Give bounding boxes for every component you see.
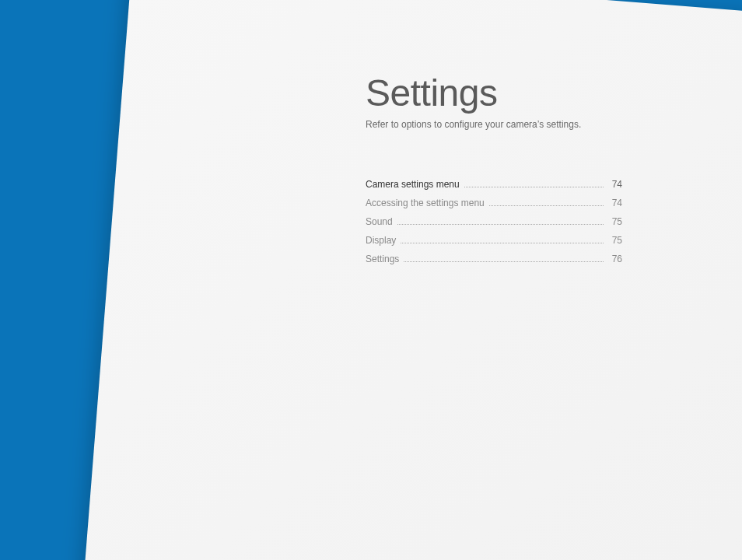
- toc-label: Accessing the settings menu: [366, 194, 485, 212]
- toc-row: Sound 75: [366, 212, 622, 231]
- toc-dots: [489, 205, 604, 206]
- table-of-contents: Camera settings menu 74 Accessing the se…: [366, 175, 622, 268]
- toc-page: 74: [608, 175, 622, 194]
- toc-page: 74: [608, 194, 622, 212]
- toc-label: Camera settings menu: [366, 175, 460, 194]
- toc-label: Display: [366, 231, 396, 250]
- page-subtitle: Refer to options to configure your camer…: [366, 119, 661, 130]
- toc-page: 76: [608, 250, 622, 268]
- toc-dots: [401, 243, 604, 243]
- toc-label: Settings: [366, 250, 399, 268]
- page-title: Settings: [366, 72, 661, 114]
- toc-row: Settings 76: [366, 250, 622, 268]
- toc-row: Accessing the settings menu 74: [366, 194, 622, 212]
- page-content: Settings Refer to options to configure y…: [366, 72, 661, 268]
- toc-dots: [404, 261, 604, 262]
- toc-dots: [464, 187, 604, 187]
- toc-page: 75: [608, 231, 622, 250]
- toc-row: Display 75: [366, 231, 622, 250]
- toc-page: 75: [608, 212, 622, 231]
- toc-row: Camera settings menu 74: [366, 175, 622, 194]
- toc-label: Sound: [366, 212, 393, 231]
- toc-dots: [397, 224, 604, 225]
